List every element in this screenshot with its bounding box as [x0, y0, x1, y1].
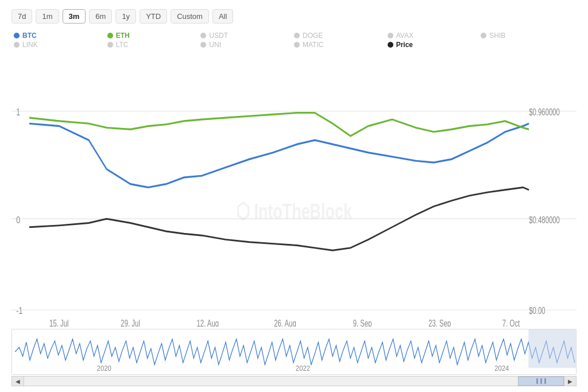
legend-item-uni[interactable]: UNI — [200, 41, 294, 49]
grip-2 — [540, 378, 542, 384]
svg-text:26. Aug: 26. Aug — [274, 318, 296, 327]
legend-area: BTCETHUSDTDOGEAVAXSHIB LINKLTCUNIMATICPr… — [11, 32, 577, 55]
svg-text:29. Jul: 29. Jul — [121, 318, 140, 327]
legend-item-doge[interactable]: DOGE — [294, 32, 388, 40]
svg-text:$0.960000: $0.960000 — [529, 107, 560, 117]
legend-label-link: LINK — [22, 41, 38, 49]
legend-label-doge: DOGE — [303, 32, 323, 40]
legend-item-avax[interactable]: AVAX — [388, 32, 481, 40]
legend-item-shib[interactable]: SHIB — [481, 32, 574, 40]
legend-label-ltc: LTC — [116, 41, 129, 49]
scrollbar-track[interactable] — [24, 376, 564, 386]
price-chart: 1 0 -1 $0.960000 $0.480000 $0.00 15. Jul… — [11, 61, 577, 327]
legend-dot-doge — [294, 33, 300, 38]
navigator-svg: 2020 2022 2024 — [12, 329, 576, 374]
svg-text:2022: 2022 — [296, 364, 310, 373]
time-btn-6m[interactable]: 6m — [89, 9, 112, 24]
time-range-selector: 7d1m3m6m1yYTDCustomAll — [11, 9, 577, 24]
legend-dot-avax — [388, 33, 393, 38]
legend-item-matic[interactable]: MATIC — [294, 41, 388, 49]
legend-label-avax: AVAX — [396, 32, 413, 40]
svg-text:0: 0 — [16, 214, 20, 225]
legend-label-matic: MATIC — [303, 41, 323, 49]
legend-dot-matic — [294, 42, 300, 48]
scrollbar-row: ◀ ▶ — [11, 376, 577, 386]
svg-text:-1: -1 — [16, 305, 22, 316]
legend-item-btc[interactable]: BTC — [14, 32, 107, 40]
legend-dot-shib — [481, 33, 486, 38]
legend-dot-price — [388, 42, 393, 48]
svg-text:15. Jul: 15. Jul — [49, 318, 69, 327]
legend-dot-usdt — [200, 33, 206, 38]
scrollbar-thumb[interactable] — [518, 377, 564, 386]
svg-text:12. Aug: 12. Aug — [196, 318, 219, 327]
legend-item-ltc[interactable]: LTC — [107, 41, 201, 49]
time-btn-1m[interactable]: 1m — [36, 9, 59, 24]
svg-text:1: 1 — [16, 106, 20, 118]
main-container: 7d1m3m6m1yYTDCustomAll BTCETHUSDTDOGEAVA… — [0, 0, 588, 392]
time-btn-custom[interactable]: Custom — [171, 9, 209, 24]
legend-item-price[interactable]: Price — [388, 41, 481, 49]
legend-label-shib: SHIB — [489, 32, 505, 40]
legend-dot-link — [14, 42, 20, 48]
legend-item-link[interactable]: LINK — [14, 41, 107, 49]
time-btn-3m[interactable]: 3m — [63, 9, 86, 24]
time-btn-ytd[interactable]: YTD — [140, 9, 167, 24]
grip-1 — [536, 378, 538, 384]
legend-label-eth: ETH — [116, 32, 130, 40]
svg-text:⬡ IntoTheBlock: ⬡ IntoTheBlock — [236, 199, 353, 224]
legend-label-usdt: USDT — [209, 32, 228, 40]
legend-dot-eth — [107, 33, 113, 38]
main-chart-area: 1 0 -1 $0.960000 $0.480000 $0.00 15. Jul… — [11, 61, 577, 327]
svg-text:2024: 2024 — [494, 364, 509, 373]
svg-text:7. Oct: 7. Oct — [502, 318, 520, 327]
svg-rect-20 — [528, 329, 576, 368]
legend-dot-uni — [200, 42, 206, 48]
legend-dot-ltc — [107, 42, 113, 48]
svg-text:9. Sep: 9. Sep — [353, 318, 372, 327]
svg-text:2020: 2020 — [97, 364, 112, 373]
svg-text:23. Sep: 23. Sep — [428, 318, 451, 327]
chart-navigator[interactable]: 2020 2022 2024 — [11, 329, 577, 375]
time-btn-1y[interactable]: 1y — [115, 9, 136, 24]
legend-item-usdt[interactable]: USDT — [200, 32, 294, 40]
svg-text:$0.00: $0.00 — [529, 305, 546, 316]
scroll-right-arrow[interactable]: ▶ — [564, 376, 577, 386]
legend-label-btc: BTC — [22, 32, 37, 40]
scroll-left-arrow[interactable]: ◀ — [11, 376, 24, 386]
legend-item-eth[interactable]: ETH — [107, 32, 201, 40]
legend-dot-btc — [14, 33, 20, 38]
legend-label-price: Price — [396, 41, 413, 49]
time-btn-all[interactable]: All — [212, 9, 233, 24]
grip-3 — [544, 378, 546, 384]
legend-label-uni: UNI — [209, 41, 221, 49]
svg-text:$0.480000: $0.480000 — [529, 215, 560, 225]
time-btn-7d[interactable]: 7d — [11, 9, 32, 24]
